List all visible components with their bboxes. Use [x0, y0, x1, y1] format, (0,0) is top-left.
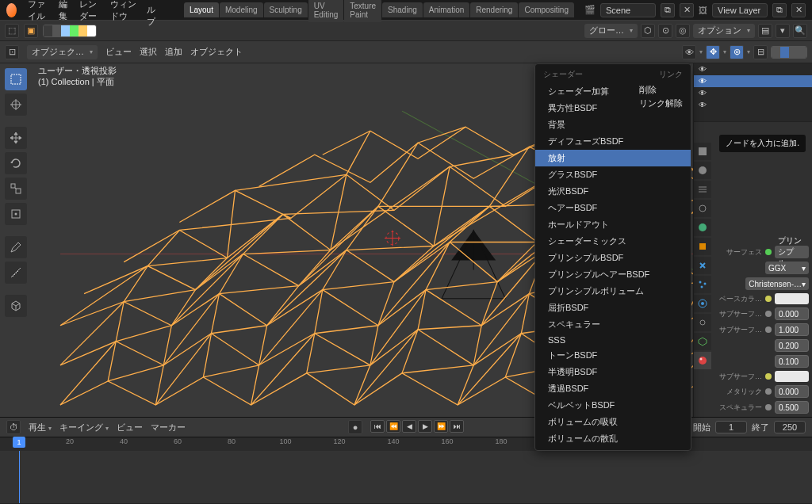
eye-icon[interactable]: 👁 [699, 101, 707, 109]
specular-input[interactable] [775, 401, 809, 414]
scene-del-icon[interactable]: ✕ [680, 3, 694, 17]
tab-object-icon[interactable] [694, 238, 711, 255]
scene-copy-icon[interactable]: ⧉ [661, 3, 675, 17]
shader-menu-item[interactable]: ホールドアウト [535, 216, 691, 233]
viewlayer-del-icon[interactable]: ✕ [791, 3, 806, 17]
menu-link-remove[interactable]: 削除 [639, 83, 683, 97]
scene-selector[interactable]: Scene [600, 3, 656, 17]
shader-menu-item[interactable]: 透過BSDF [535, 380, 691, 397]
eye-icon[interactable]: 👁 [699, 77, 707, 86]
magnet-icon[interactable]: ⬡ [641, 24, 655, 38]
shader-menu-item[interactable]: ディフューズBSDF [535, 133, 691, 150]
timeline-track[interactable]: 1 [0, 451, 812, 503]
tab-render[interactable]: Rendering [470, 2, 518, 17]
proportional-dropdown[interactable]: グロー… [584, 24, 638, 38]
tab-output-icon[interactable] [694, 162, 711, 179]
tab-render-icon[interactable] [694, 143, 711, 160]
shader-menu-item[interactable]: ボリュームの吸収 [535, 414, 691, 430]
timeline-keying-menu[interactable]: キーイング [59, 422, 109, 433]
metallic-input[interactable] [775, 385, 809, 398]
jump-start-icon[interactable]: ⏮ [370, 420, 385, 433]
blender-logo[interactable] [6, 3, 17, 17]
subsurface-input[interactable] [775, 307, 809, 320]
shading-mode[interactable] [771, 46, 807, 59]
menu-render[interactable]: レンダー [78, 0, 102, 24]
shader-menu-item[interactable]: ベルベットBSDF [535, 397, 691, 414]
tab-world-icon[interactable] [694, 219, 711, 236]
filter-icon[interactable]: ▤ [758, 24, 772, 38]
socket-icon[interactable] [765, 249, 772, 255]
shader-menu-item[interactable]: プリンシプルBSDF [535, 250, 691, 266]
xray-icon[interactable]: ⊟ [753, 45, 768, 59]
tool-add-cube[interactable] [5, 295, 27, 317]
new-icon[interactable]: ▾ [776, 24, 790, 38]
outliner-row[interactable]: 👁 [694, 63, 812, 75]
outliner[interactable]: 👁 👁 👁 👁 [694, 63, 812, 122]
select-menu[interactable]: 選択 [140, 46, 157, 58]
shader-menu-item[interactable]: スペキュラー [535, 316, 691, 333]
eye-icon[interactable]: 👁 [699, 65, 707, 74]
autokey-icon[interactable]: ● [348, 420, 362, 434]
socket-icon[interactable] [765, 373, 772, 380]
shader-menu-item[interactable]: プリンシプルボリューム [535, 283, 691, 300]
shader-menu-item[interactable]: ヘアーBSDF [535, 200, 691, 216]
tab-physics-icon[interactable] [694, 295, 711, 312]
shader-menu-item[interactable]: グラスBSDF [535, 166, 691, 183]
tab-sculpting[interactable]: Sculpting [264, 2, 308, 17]
play-rev-icon[interactable]: ◀ [402, 420, 416, 433]
eye-icon[interactable]: 👁 [699, 89, 707, 97]
playhead[interactable]: 1 [19, 451, 20, 503]
shader-add-menu[interactable]: シェーダーリンク 削除 リンク解除 シェーダー加算異方性BSDF背景ディフューズ… [534, 63, 691, 451]
menu-window[interactable]: ウィンドウ [109, 0, 139, 24]
options-dropdown[interactable]: オプション [693, 24, 755, 38]
visibility-icon[interactable]: 👁 [682, 45, 696, 59]
playhead-handle[interactable]: 1 [13, 437, 25, 448]
editor-type-icon[interactable]: ⬚ [5, 24, 19, 38]
surface-shader-dropdown[interactable]: プリンシプル… [775, 246, 809, 258]
menu-help[interactable]: ヘルプ [145, 0, 165, 29]
add-menu[interactable]: 追加 [165, 46, 182, 58]
subsurf-g-input[interactable] [775, 339, 809, 352]
play-icon[interactable]: ▶ [418, 420, 432, 433]
shader-menu-item[interactable]: 光沢BSDF [535, 183, 691, 200]
subsurf-color-swatch[interactable] [775, 371, 809, 382]
object-menu[interactable]: オブジェクト [190, 46, 243, 58]
gizmo-toggle-icon[interactable]: ✥ [706, 45, 720, 59]
outliner-row[interactable]: 👁 [694, 99, 812, 111]
tool-transform[interactable] [5, 203, 27, 225]
socket-icon[interactable] [765, 311, 772, 317]
socket-icon[interactable] [765, 326, 772, 333]
basecolor-swatch[interactable] [775, 293, 809, 304]
shading-spectrum[interactable] [43, 25, 97, 37]
shader-menu-item[interactable]: 半透明BSDF [535, 364, 691, 380]
tab-constraints-icon[interactable] [694, 314, 711, 331]
shader-menu-item[interactable]: 屈折BSDF [535, 300, 691, 316]
timeline-view-menu[interactable]: ビュー [117, 422, 143, 433]
shader-menu-item[interactable]: 放射 [535, 150, 691, 166]
timeline-marker-menu[interactable]: マーカー [151, 422, 186, 433]
search-icon[interactable]: 🔍 [793, 24, 807, 38]
cursor-tool-icon[interactable]: ▣ [24, 24, 38, 38]
end-frame-input[interactable]: 250 [774, 421, 806, 433]
tab-uv[interactable]: UV Editing [308, 0, 344, 22]
tool-measure[interactable] [5, 262, 27, 284]
timeline-editor-icon[interactable]: ⏱ [6, 420, 21, 434]
ggx-dropdown[interactable]: GGX▾ [765, 262, 809, 274]
tool-annotate[interactable] [5, 236, 27, 258]
tab-anim[interactable]: Animation [423, 2, 469, 17]
shader-menu-item[interactable]: プリンシプルヘアーBSDF [535, 266, 691, 283]
menu-edit[interactable]: 編集 [57, 0, 71, 24]
tab-modifier-icon[interactable] [694, 257, 711, 274]
tool-scale[interactable] [5, 178, 27, 200]
snap-icon[interactable]: ⊙ [658, 24, 672, 38]
subsurf-b-input[interactable] [775, 355, 809, 368]
menu-file[interactable]: ファイル [26, 0, 51, 24]
tool-cursor[interactable] [5, 94, 27, 116]
socket-icon[interactable] [765, 404, 772, 410]
jump-end-icon[interactable]: ⏭ [450, 420, 464, 433]
shader-menu-item[interactable]: トーンBSDF [535, 347, 691, 364]
shader-menu-item[interactable]: SSS [535, 333, 691, 347]
subsurf-r-input[interactable] [775, 323, 809, 336]
overlay-toggle-icon[interactable]: ⊚ [730, 45, 744, 59]
keyframe-next-icon[interactable]: ⏩ [434, 420, 448, 433]
